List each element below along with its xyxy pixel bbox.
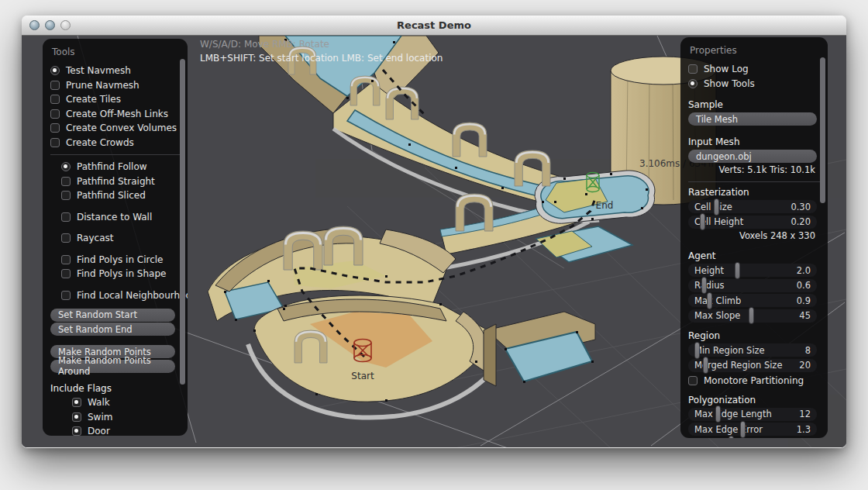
- slider-max-slope[interactable]: Max Slope45: [688, 309, 817, 323]
- tool-prune-navmesh[interactable]: Prune Navmesh: [50, 78, 180, 93]
- set-random-end-button[interactable]: Set Random End: [50, 323, 175, 336]
- slider-handle[interactable]: [694, 342, 700, 359]
- properties-panel: Properties Show Log Show Tools Sample Ti…: [680, 37, 828, 438]
- checkbox-icon: [72, 398, 81, 407]
- tool-create-convex-volumes[interactable]: Create Convex Volumes: [50, 121, 180, 136]
- input-mesh-label: Input Mesh: [688, 136, 820, 147]
- gl-viewport[interactable]: W/S/A/D: Move RMB: Rotate LMB+SHIFT: Set…: [22, 36, 846, 447]
- checkbox-monotore-partitioning[interactable]: Monotore Partitioning: [688, 374, 820, 388]
- title-bar[interactable]: Recast Demo: [22, 16, 846, 36]
- tools-panel: Tools Test Navmesh Prune Navmesh Create …: [43, 39, 188, 436]
- slider-handle[interactable]: [735, 262, 740, 279]
- region-label: Region: [688, 330, 820, 341]
- slider-min-region-size[interactable]: Min Region Size8: [688, 343, 817, 357]
- agent-label: Agent: [688, 250, 820, 261]
- checkbox-icon: [50, 95, 60, 104]
- window-title: Recast Demo: [22, 19, 846, 31]
- slider-cell-size[interactable]: Cell Size0.30: [688, 200, 817, 213]
- properties-scrollbar[interactable]: [820, 57, 825, 203]
- slider-handle[interactable]: [740, 421, 746, 438]
- checkbox-icon: [50, 138, 60, 147]
- slider-max-edge-error[interactable]: Max Edge Error1.3: [688, 423, 817, 436]
- voxels-info: Voxels 248 x 330: [688, 230, 815, 243]
- option-find-polys-in-circle[interactable]: Find Polys in Circle: [50, 253, 180, 267]
- tools-scrollbar[interactable]: [180, 59, 185, 385]
- flag-door[interactable]: Door: [50, 424, 180, 436]
- checkbox-icon: [72, 426, 81, 436]
- option-distance-to-wall[interactable]: Distance to Wall: [50, 210, 180, 225]
- option-find-local-neighbourhood[interactable]: Find Local Neighbourhood: [50, 288, 180, 303]
- checkbox-icon: [50, 123, 60, 133]
- tools-panel-title: Tools: [52, 47, 180, 57]
- set-random-start-button[interactable]: Set Random Start: [50, 309, 175, 322]
- flag-walk[interactable]: Walk: [50, 395, 180, 410]
- option-find-polys-in-shape[interactable]: Find Polys in Shape: [50, 267, 180, 281]
- slider-handle[interactable]: [701, 277, 707, 294]
- viewport-help-line1: W/S/A/D: Move RMB: Rotate: [200, 39, 329, 50]
- slider-cell-height[interactable]: Cell Height0.20: [688, 216, 817, 229]
- radio-icon: [61, 162, 71, 171]
- divider: [50, 154, 180, 155]
- sample-select[interactable]: Tile Mesh: [688, 112, 817, 126]
- properties-panel-title: Properties: [690, 45, 820, 56]
- slider-handle[interactable]: [700, 213, 705, 230]
- slider-max-climb[interactable]: Max Climb0.9: [688, 294, 817, 307]
- tool-create-crowds[interactable]: Create Crowds: [50, 136, 180, 150]
- rasterization-label: Rasterization: [688, 187, 820, 198]
- tool-create-offmesh-links[interactable]: Create Off-Mesh Links: [50, 107, 180, 122]
- tool-test-navmesh[interactable]: Test Navmesh: [50, 64, 180, 78]
- checkbox-icon: [61, 191, 71, 200]
- option-pathfind-sliced[interactable]: Pathfind Sliced: [50, 188, 180, 203]
- slider-height[interactable]: Height2.0: [688, 264, 817, 277]
- checkbox-icon: [72, 412, 81, 422]
- sample-label: Sample: [688, 99, 820, 110]
- start-label: Start: [336, 371, 390, 381]
- polygonization-label: Polygonization: [688, 395, 820, 405]
- checkbox-icon: [61, 291, 71, 300]
- input-mesh-select[interactable]: dungeon.obj: [688, 150, 817, 163]
- toggle-show-log[interactable]: Show Log: [688, 62, 820, 77]
- checkbox-icon: [688, 376, 698, 385]
- radio-icon: [688, 79, 698, 88]
- checkbox-icon: [61, 177, 71, 186]
- slider-handle[interactable]: [715, 405, 721, 423]
- toggle-show-tools[interactable]: Show Tools: [688, 77, 820, 91]
- slider-handle[interactable]: [703, 357, 708, 374]
- option-pathfind-straight[interactable]: Pathfind Straight: [50, 174, 180, 189]
- slider-handle[interactable]: [714, 198, 719, 216]
- option-raycast[interactable]: Raycast: [50, 231, 180, 246]
- divider: [688, 181, 820, 182]
- app-window: Recast Demo: [22, 16, 846, 448]
- viewport-help-line2: LMB+SHIFT: Set start location LMB: Set e…: [200, 53, 443, 64]
- flag-swim[interactable]: Swim: [50, 410, 180, 425]
- checkbox-icon: [50, 109, 60, 119]
- slider-max-edge-length[interactable]: Max Edge Length12: [688, 408, 817, 421]
- tool-create-tiles[interactable]: Create Tiles: [50, 92, 180, 107]
- checkbox-icon: [61, 233, 71, 243]
- end-label: End: [577, 200, 632, 211]
- checkbox-icon: [50, 81, 60, 90]
- slider-radius[interactable]: Radius0.6: [688, 279, 817, 292]
- checkbox-icon: [61, 269, 71, 278]
- slider-handle[interactable]: [728, 436, 734, 438]
- checkbox-icon: [61, 212, 71, 222]
- checkbox-icon: [61, 255, 71, 264]
- radio-icon: [50, 66, 60, 75]
- slider-merged-region-size[interactable]: Merged Region Size20: [688, 359, 817, 372]
- checkbox-icon: [688, 64, 698, 74]
- mesh-stats: Verts: 5.1k Tris: 10.1k: [688, 164, 815, 177]
- slider-handle[interactable]: [707, 292, 712, 309]
- slider-handle[interactable]: [749, 307, 754, 324]
- slider-verts-per-poly[interactable]: Verts Per Poly6: [688, 438, 817, 439]
- option-pathfind-follow[interactable]: Pathfind Follow: [50, 160, 180, 174]
- make-random-points-around-button[interactable]: Make Random Points Around: [50, 360, 175, 373]
- include-flags-label: Include Flags: [50, 381, 180, 395]
